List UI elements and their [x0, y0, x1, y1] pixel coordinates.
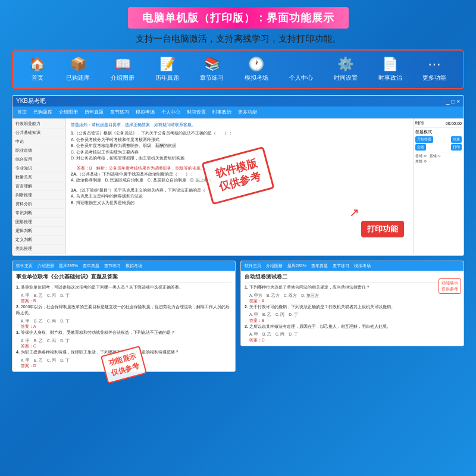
- sw-sidebar-item[interactable]: 行政职业能力: [14, 120, 64, 129]
- sw-nav-更多功能[interactable]: 更多功能: [236, 108, 259, 116]
- software-title-bar: YKB易考吧 _ □ ×: [12, 96, 464, 107]
- nav-icon: ⚙️: [337, 57, 353, 72]
- bp-left-nav-软件主页[interactable]: 软件主页: [15, 262, 34, 270]
- sw-btn-row2[interactable]: 交卷 打印: [415, 144, 462, 151]
- bp-right-title: 自动组卷测试卷二: [245, 273, 460, 283]
- nav-bar-large: 🏠首页📦已购题库📖介绍图册📝历年真题📚章节练习🕐模拟考场👤个人中心⚙️时间设置📄…: [12, 49, 464, 89]
- bp-right-nav-题库285%[interactable]: 题库285%: [286, 262, 308, 270]
- sw-nav-介绍图册[interactable]: 介绍图册: [57, 108, 80, 116]
- nav-label: 更多功能: [422, 74, 446, 82]
- print-arrow: ↗: [349, 205, 359, 220]
- sw-q1: 1.（公务员笔试）根据《公务员法》，下列关于公务员考核的说法不正确的是（ ）： …: [71, 130, 408, 162]
- bp-left-title: 事业单位联考《公共基础知识》直题及答案: [16, 273, 231, 283]
- bp-left-question-2: 2. 2000年以后，社会保障制度改革的主要目标是建立统一的社会保险制度，促进劳…: [16, 304, 231, 330]
- sw-sidebar-item[interactable]: 公共基础知识: [14, 129, 64, 137]
- nav-icon: 📝: [159, 57, 176, 72]
- sw-nav-时间设置[interactable]: 时间设置: [185, 108, 208, 116]
- sw-sidebar-item[interactable]: 申论: [14, 137, 64, 146]
- bp-left-nav: 软件主页介绍图册题库285%查年真题查节练习模拟考场: [12, 261, 235, 271]
- print-label: 打印功能: [361, 221, 404, 237]
- sw-nav-时事政治[interactable]: 时事政治: [211, 108, 233, 116]
- sw-sidebar-item[interactable]: 图形推理: [14, 218, 64, 227]
- sw-sidebar-item[interactable]: 数字推理: [14, 253, 64, 254]
- bp-right-content: 自动组卷测试卷二 1. 下列哪种行为违反了劳动合同法的相关规定，应当承担法律责任…: [241, 271, 464, 346]
- bottom-left-panel: 软件主页介绍图册题库285%查年真题查节练习模拟考场 事业单位联考《公共基础知识…: [12, 261, 236, 372]
- bp-left-nav-查节练习[interactable]: 查节练习: [103, 262, 122, 270]
- bp-left-question-1: 1. 某事业单位招考，可以参加这次招考的是下列哪一类人员？从下面选项中选择正确答…: [16, 284, 231, 304]
- sw-sidebar-item[interactable]: 综合应用: [14, 155, 64, 164]
- sw-sidebar-item[interactable]: 言语理解: [14, 182, 64, 191]
- sw-sidebar-item[interactable]: 判断推理: [14, 191, 64, 200]
- bp-right-nav-查节练习[interactable]: 查节练习: [331, 262, 350, 270]
- bp-right-nav-查年真题[interactable]: 查年真题: [310, 262, 329, 270]
- sw-side-panel: 时间 00:00:00 答题模式 开始答题 结束 交卷 打印 答对: 0 答: [413, 118, 464, 254]
- nav-item-个人中心[interactable]: 👤个人中心: [287, 55, 315, 83]
- nav-item-首页[interactable]: 🏠首页: [27, 55, 48, 83]
- sw-sidebar-item[interactable]: 数量关系: [14, 173, 64, 182]
- sw-end-btn[interactable]: 结束: [451, 136, 462, 143]
- bp-left-nav-介绍图册[interactable]: 介绍图册: [36, 262, 55, 270]
- nav-item-已购题库[interactable]: 📦已购题库: [64, 55, 92, 83]
- bp-right-question-2: 2. 关于行政许可的撤销，下列说法正确的是？行政机关或者其上级机关可以撤销。A.…: [245, 304, 460, 324]
- nav-item-模拟考场[interactable]: 🕐模拟考场: [242, 55, 271, 83]
- sw-nav-已购题库[interactable]: 已购题库: [32, 108, 54, 116]
- sw-title: YKB易考吧: [16, 97, 46, 105]
- banner-title: 电脑单机版（打印版）：界面功能展示: [142, 12, 334, 24]
- sw-print-btn[interactable]: 打印: [451, 144, 462, 151]
- bp-right-question-1: 1. 下列哪种行为违反了劳动合同法的相关规定，应当承担法律责任？A. 甲方 B.…: [245, 284, 460, 304]
- sw-a1: 答案：B 解析：公务员年度考核结果作为调整职务、职级等的依据。: [77, 165, 408, 171]
- nav-item-章节练习[interactable]: 📚章节练习: [198, 55, 226, 83]
- nav-icon: 📦: [70, 57, 86, 72]
- sw-controls: _ □ ×: [446, 98, 460, 105]
- nav-label: 个人中心: [289, 74, 313, 82]
- sw-nav-个人中心[interactable]: 个人中心: [159, 108, 182, 116]
- nav-icon: 📖: [115, 57, 131, 72]
- nav-item-历年真题[interactable]: 📝历年真题: [153, 55, 181, 83]
- bp-left-question-3: 3. 等保护人身权、财产权、受教育权和劳动就业权等合法权益，下列说法不正确的是？…: [16, 330, 231, 349]
- nav-icon: 📚: [204, 57, 220, 72]
- bp-right-func-label: 功能展示仅供参考: [439, 278, 461, 294]
- sw-nav-历年真题[interactable]: 历年真题: [83, 108, 105, 116]
- top-banner: 电脑单机版（打印版）：界面功能展示: [128, 7, 349, 29]
- sw-sidebar-item[interactable]: 资料分析: [14, 200, 64, 209]
- bp-right-question-3: 3. 之所以说某种做法有道理，原因在于，以己推人，相互理解，明白他人处境。A. …: [245, 324, 460, 343]
- sw-nav-首页[interactable]: 首页: [15, 108, 29, 116]
- software-screenshot: YKB易考吧 _ □ × 首页已购题库介绍图册历年真题章节练习模拟考场个人中心时…: [12, 95, 464, 256]
- nav-item-更多功能[interactable]: ⋯更多功能: [420, 55, 449, 83]
- nav-item-介绍图册[interactable]: 📖介绍图册: [108, 55, 137, 83]
- sw-submit-btn[interactable]: 交卷: [415, 144, 426, 151]
- bp-right-nav-软件主页[interactable]: 软件主页: [243, 262, 262, 270]
- sw-nav-模拟考场[interactable]: 模拟考场: [134, 108, 156, 116]
- bp-left-nav-模拟考场[interactable]: 模拟考场: [124, 262, 143, 270]
- nav-label: 章节练习: [200, 74, 224, 82]
- sw-time-row: 时间 00:00:00: [415, 120, 462, 126]
- nav-item-时事政治[interactable]: 📄时事政治: [376, 55, 405, 83]
- sw-sidebar-item[interactable]: 专业知识: [14, 164, 64, 173]
- nav-icon: ⋯: [428, 57, 441, 72]
- bp-left-nav-题库285%[interactable]: 题库285%: [58, 262, 79, 270]
- sw-q2: 2A.（公共基础）下列选项中属于我国基本政治制度的是（ ）： A. 政治协商制度…: [71, 171, 408, 184]
- sw-btn-row1[interactable]: 开始答题 结束: [415, 136, 462, 143]
- bottom-right-wrap: 软件主页介绍图册题库285%查年真题查节练习模拟考场 自动组卷测试卷二 1. 下…: [240, 261, 464, 469]
- bp-left-nav-查年真题[interactable]: 查年真题: [82, 262, 101, 270]
- sw-sidebar-item[interactable]: 定义判断: [14, 236, 64, 245]
- bp-right-nav: 软件主页介绍图册题库285%查年真题查节练习模拟考场: [241, 261, 464, 271]
- sw-intro: 答题须知：请根据题目要求，选择正确答案，如有疑问请联系客服。: [71, 121, 408, 128]
- nav-label: 历年真题: [155, 74, 179, 82]
- nav-label: 介绍图册: [111, 74, 134, 82]
- bp-left-question-4: 4. 为职工提供各种福利待遇，保障职工生活，下列哪项不属于法律规定的福利待遇范畴…: [16, 349, 231, 369]
- sw-sidebar-item[interactable]: 类比推理: [14, 245, 64, 253]
- sw-sidebar-item[interactable]: 职业道德: [14, 146, 64, 155]
- nav-label: 时间设置: [334, 74, 358, 82]
- sw-sidebar-item[interactable]: 逻辑判断: [14, 227, 64, 236]
- bp-right-nav-模拟考场[interactable]: 模拟考场: [353, 262, 372, 270]
- sw-time-value: 00:00:00: [446, 121, 462, 126]
- sw-start-btn[interactable]: 开始答题: [415, 136, 433, 143]
- bottom-right-panel: 软件主页介绍图册题库285%查年真题查节练习模拟考场 自动组卷测试卷二 1. 下…: [240, 261, 464, 346]
- nav-item-时间设置[interactable]: ⚙️时间设置: [331, 55, 360, 83]
- subtitle-text: 支持一台电脑激活，支持离线学习，支持打印功能。: [136, 33, 341, 45]
- bp-right-nav-介绍图册[interactable]: 介绍图册: [265, 262, 284, 270]
- nav-icon: 👤: [293, 57, 309, 72]
- sw-nav-章节练习[interactable]: 章节练习: [108, 108, 131, 116]
- sw-sidebar-item[interactable]: 常识判断: [14, 209, 64, 218]
